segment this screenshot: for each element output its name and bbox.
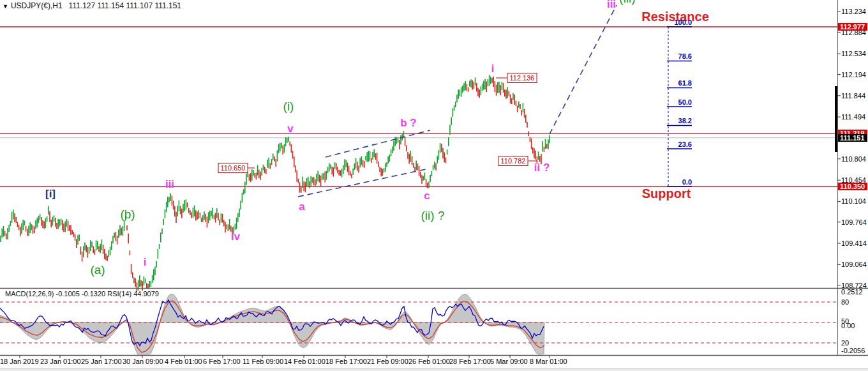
price-tick-label: 112.534 bbox=[841, 50, 866, 57]
chart-canvas[interactable] bbox=[0, 0, 868, 371]
time-label: 18 Jan 2019 bbox=[0, 358, 39, 365]
annotation-a: (a) bbox=[90, 264, 105, 276]
fib-level-50.0: 50.0 bbox=[678, 98, 692, 106]
indicator-tick-label: 0.00 bbox=[841, 322, 855, 329]
annotation-iii: iii bbox=[165, 179, 174, 190]
indicator-tick-label: 20 bbox=[841, 339, 849, 347]
fib-level-61.8: 61.8 bbox=[678, 79, 692, 87]
time-label: 28 Feb 17:00 bbox=[449, 358, 491, 365]
time-label: 6 Feb 17:00 bbox=[203, 358, 241, 365]
annotation-iii: iii bbox=[607, 0, 616, 10]
price-tick-label: 112.194 bbox=[841, 71, 866, 79]
fib-level-0.0: 0.0 bbox=[682, 178, 692, 186]
price-badge-110.350: 110.350 bbox=[838, 183, 867, 190]
price-tick-label: 111.494 bbox=[841, 113, 865, 121]
price-badge-112.977: 112.977 bbox=[838, 23, 867, 31]
price-tick-label: 109.064 bbox=[841, 261, 867, 268]
symbol-timeframe-label: USDJPY(€),H1 bbox=[11, 1, 63, 10]
price-tick-label: 109.414 bbox=[841, 239, 867, 247]
ohlc-readout: 111.127 111.154 111.107 111.151 bbox=[69, 1, 181, 10]
time-label: 18 Feb 17:00 bbox=[326, 358, 367, 365]
price-tag-110.650: 110.650 bbox=[218, 163, 248, 173]
price-tick-label: 111.844 bbox=[841, 92, 865, 100]
indicator-tick-label: 0.2512 bbox=[841, 288, 863, 296]
time-label: 5 Mar 09:00 bbox=[490, 358, 528, 365]
fib-level-100.0: 100.0 bbox=[674, 19, 692, 26]
price-tag-110.782: 110.782 bbox=[498, 156, 528, 166]
indicator-tick-label: -0.2056 bbox=[841, 347, 865, 354]
time-label: 23 Jan 01:00 bbox=[40, 358, 81, 365]
time-label: 21 Feb 09:00 bbox=[367, 358, 408, 365]
annotation-b: (b) bbox=[120, 208, 135, 220]
price-tick-label: 109.764 bbox=[841, 218, 867, 226]
time-label: 25 Jan 17:00 bbox=[81, 358, 122, 365]
annotation-i: i bbox=[491, 63, 495, 74]
time-label: 8 Mar 01:00 bbox=[530, 358, 567, 365]
time-label: 4 Feb 01:00 bbox=[165, 358, 202, 365]
time-label: 30 Jan 09:00 bbox=[123, 358, 163, 365]
price-badge-111.151: 111.151 bbox=[838, 134, 867, 142]
annotation-b: b ? bbox=[400, 117, 417, 128]
price-tick-label: 110.804 bbox=[841, 155, 866, 163]
fib-level-78.6: 78.6 bbox=[678, 52, 692, 60]
annotation-c: c bbox=[424, 190, 430, 201]
fib-level-38.2: 38.2 bbox=[678, 117, 692, 125]
price-tag-112.136: 112.136 bbox=[507, 73, 537, 83]
annotation-v: v bbox=[287, 123, 293, 134]
status-strip bbox=[0, 368, 868, 371]
symbol-dropdown-icon[interactable]: ▼ bbox=[3, 3, 8, 10]
time-label: 11 Feb 09:00 bbox=[243, 358, 283, 365]
annotation-iv: iv bbox=[231, 231, 240, 242]
annotation-i: [i] bbox=[45, 188, 56, 199]
annotation-i: (i) bbox=[283, 100, 294, 112]
annotation-Support: Support bbox=[642, 187, 691, 200]
indicator-title: MACD(12,26,9) -0.1005 -0.1320 RSI(14) 44… bbox=[5, 290, 159, 298]
trading-terminal-window: { "window": { "symbol": "USDJPY(€),H1", … bbox=[0, 0, 868, 371]
price-tick-label: 113.234 bbox=[841, 8, 866, 15]
price-tick-label: 110.104 bbox=[841, 197, 866, 205]
indicator-tick-label: 80 bbox=[841, 298, 849, 306]
annotation-a: a bbox=[299, 201, 304, 212]
time-label: 26 Feb 01:00 bbox=[408, 358, 450, 365]
annotation-ii: (ii) ? bbox=[421, 209, 445, 222]
annotation-iii: (iii) bbox=[619, 0, 635, 4]
annotation-ii: ii ? bbox=[534, 162, 550, 173]
time-label: 14 Feb 01:00 bbox=[284, 358, 326, 365]
fib-level-23.6: 23.6 bbox=[678, 140, 692, 148]
annotation-i: i bbox=[144, 257, 147, 268]
chart-title: ▼USDJPY(€),H1111.127 111.154 111.107 111… bbox=[3, 1, 181, 10]
